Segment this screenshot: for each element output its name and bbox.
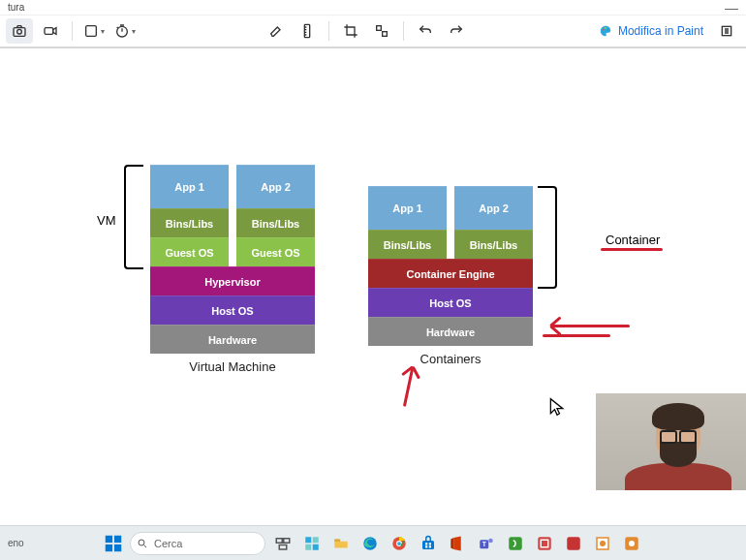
svg-point-12	[607, 29, 609, 31]
ruler-button[interactable]	[294, 18, 321, 44]
vm-stack: App 1 Bins/Libs Guest OS App 2 Bins/Libs…	[150, 165, 315, 374]
container-label: Container	[606, 233, 660, 247]
svg-rect-23	[313, 537, 319, 543]
container-app1: App 1	[368, 186, 447, 230]
svg-rect-22	[305, 537, 311, 543]
vm-caption: Virtual Machine	[150, 359, 315, 374]
svg-rect-24	[305, 544, 311, 549]
taskbar-search[interactable]: Cerca	[130, 532, 265, 555]
app-orange2-icon[interactable]	[620, 532, 643, 555]
svg-rect-20	[284, 538, 290, 543]
app-orange-icon[interactable]	[591, 532, 614, 555]
titlebar: tura —	[0, 0, 746, 16]
svg-rect-35	[429, 545, 431, 547]
teams-icon[interactable]: T	[475, 532, 498, 555]
camtasia-icon[interactable]	[504, 532, 527, 555]
vm-app2: App 2	[236, 165, 315, 208]
taskbar-left-text: eno	[8, 538, 47, 548]
svg-rect-17	[114, 544, 121, 550]
svg-rect-14	[106, 535, 112, 542]
snipping-tool-icon[interactable]	[533, 532, 556, 555]
vm-guest1: Guest OS	[150, 237, 229, 266]
vm-label: VM	[97, 213, 116, 228]
svg-rect-32	[425, 543, 427, 544]
crop-button[interactable]	[337, 18, 364, 44]
svg-rect-19	[276, 538, 282, 543]
svg-point-11	[605, 27, 606, 29]
container-app2: App 2	[454, 186, 533, 230]
eraser-button[interactable]	[263, 18, 290, 44]
modify-in-paint-button[interactable]: Modifica in Paint	[593, 24, 709, 38]
minimize-button[interactable]: —	[725, 0, 738, 16]
svg-rect-31	[422, 541, 434, 549]
timer-button[interactable]: ▾	[111, 18, 139, 44]
store-icon[interactable]	[417, 532, 440, 555]
svg-rect-33	[429, 543, 431, 544]
svg-rect-3	[86, 26, 97, 37]
file-explorer-icon[interactable]	[329, 532, 353, 555]
svg-point-44	[600, 541, 606, 546]
svg-point-46	[629, 541, 635, 546]
search-placeholder: Cerca	[154, 538, 182, 549]
chrome-icon[interactable]	[388, 532, 411, 555]
annotation-container-underline	[601, 248, 663, 251]
svg-rect-26	[334, 539, 340, 541]
svg-rect-25	[313, 544, 319, 549]
window-title: tura	[8, 2, 24, 13]
toolbar: ▾ ▾ ▾ ▾ Modifica in Paint	[0, 16, 746, 48]
hypervisor-block: Hypervisor	[150, 266, 315, 296]
svg-point-1	[17, 29, 22, 34]
vm-bins1: Bins/Libs	[150, 208, 229, 237]
widgets-icon[interactable]	[300, 532, 324, 555]
container-hardware-block: Hardware	[368, 317, 533, 346]
svg-rect-9	[383, 32, 388, 37]
svg-rect-15	[114, 535, 121, 542]
annotation-arrow-up-hardware	[403, 368, 414, 407]
svg-rect-40	[538, 537, 551, 550]
vm-bins2: Bins/Libs	[236, 208, 315, 237]
selection-mode-button[interactable]: ▾	[80, 18, 108, 44]
modify-in-paint-label: Modifica in Paint	[618, 24, 703, 38]
annotation-arrow-host-os	[552, 325, 630, 327]
svg-rect-34	[425, 545, 427, 547]
office-icon[interactable]	[446, 532, 469, 555]
more-button[interactable]	[713, 18, 740, 44]
container-host-os-block: Host OS	[368, 288, 533, 317]
canvas[interactable]: VM App 1 Bins/Libs Guest OS App 2 Bins/L…	[0, 48, 746, 525]
vm-hardware-block: Hardware	[150, 325, 315, 354]
taskview-icon[interactable]	[271, 532, 295, 555]
capture-photo-button[interactable]	[6, 18, 33, 44]
container-bins2: Bins/Libs	[454, 230, 533, 259]
container-caption: Containers	[368, 352, 533, 366]
redo-button[interactable]	[443, 18, 470, 44]
container-bracket	[538, 186, 557, 289]
svg-rect-16	[106, 544, 112, 550]
svg-point-30	[397, 542, 401, 545]
svg-point-38	[488, 538, 493, 543]
undo-button[interactable]	[412, 18, 439, 44]
container-bins1: Bins/Libs	[368, 230, 447, 259]
vm-vs-containers-diagram: VM App 1 Bins/Libs Guest OS App 2 Bins/L…	[97, 165, 639, 465]
taskbar: eno Cerca T	[0, 525, 746, 560]
container-engine-block: Container Engine	[368, 259, 533, 288]
shapes-button[interactable]	[368, 18, 395, 44]
svg-rect-42	[567, 537, 580, 550]
webcam-overlay	[596, 393, 746, 490]
vm-host-os-block: Host OS	[150, 296, 315, 325]
app-red-icon[interactable]	[562, 532, 585, 555]
svg-point-18	[139, 540, 144, 545]
svg-rect-8	[377, 26, 382, 31]
annotation-line-below-host	[543, 334, 610, 337]
svg-point-10	[603, 29, 605, 31]
capture-video-button[interactable]	[37, 18, 64, 44]
container-stack: App 1 Bins/Libs App 2 Bins/Libs Containe…	[368, 186, 533, 366]
vm-bracket	[124, 165, 143, 269]
vm-guest2: Guest OS	[236, 237, 315, 266]
svg-rect-21	[279, 544, 287, 549]
start-button[interactable]	[103, 533, 124, 554]
vm-app1: App 1	[150, 165, 229, 208]
svg-rect-2	[45, 28, 53, 35]
edge-icon[interactable]	[358, 532, 382, 555]
